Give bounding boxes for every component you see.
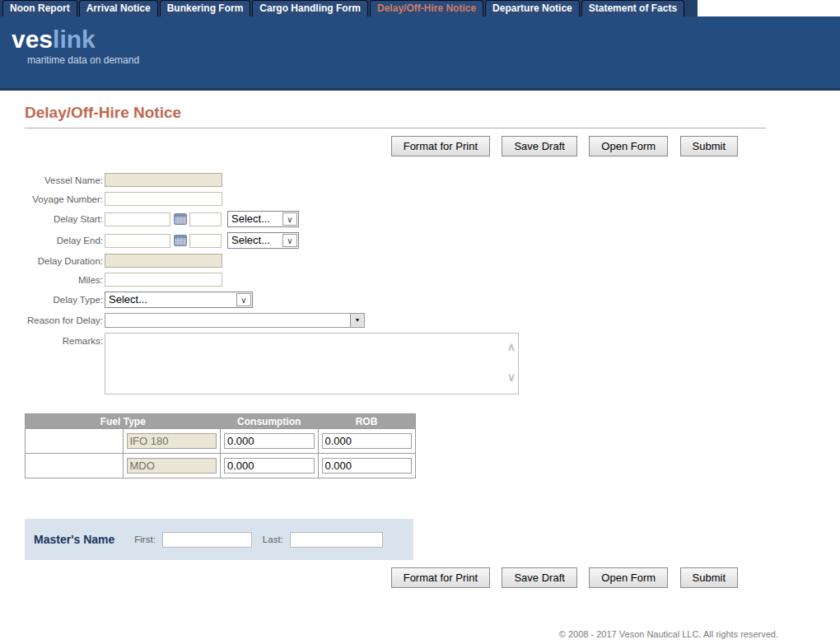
logo-tagline: maritime data on demand [27, 54, 840, 66]
remarks-field-wrap: ∧ ∨ [105, 333, 519, 394]
submit-button[interactable]: Submit [680, 567, 738, 588]
tab-delay-off-hire-notice[interactable]: Delay/Off-Hire Notice [370, 0, 483, 16]
toolbar-bottom: Format for Print Save Draft Open Form Su… [25, 567, 738, 588]
save-draft-button[interactable]: Save Draft [502, 136, 576, 156]
fuel-table: Fuel Type Consumption ROB [25, 413, 416, 478]
first-name-field[interactable] [162, 532, 252, 548]
reason-for-delay-row: Reason for Delay: ▼ [25, 313, 840, 328]
voyage-number-label: Voyage Number: [25, 194, 103, 204]
delay-start-zone-value: Select... [228, 212, 282, 226]
delay-end-zone-select[interactable]: Select... ∨ [227, 232, 299, 249]
fuel-type-header: Fuel Type [26, 414, 221, 429]
chevron-down-icon: ∨ [282, 212, 297, 226]
delay-end-row: Delay End: Select... ∨ [25, 232, 840, 249]
logo-ves: ves [12, 26, 53, 53]
reason-for-delay-value [105, 314, 350, 327]
format-for-print-button[interactable]: Format for Print [391, 567, 490, 588]
format-for-print-button[interactable]: Format for Print [391, 136, 490, 156]
rob-field[interactable] [322, 433, 413, 449]
toolbar-top: Format for Print Save Draft Open Form Su… [25, 136, 738, 156]
calendar-icon[interactable] [174, 235, 187, 246]
chevron-down-icon: ∨ [282, 234, 297, 247]
tab-departure-notice[interactable]: Departure Notice [485, 0, 580, 16]
delay-form: Vessel Name: Voyage Number: Delay Start:… [25, 173, 840, 394]
voyage-number-field[interactable] [105, 192, 222, 206]
delay-type-select[interactable]: Select... ∨ [105, 292, 253, 308]
miles-label: Miles: [25, 275, 103, 285]
tab-statement-of-facts[interactable]: Statement of Facts [581, 0, 684, 16]
remarks-label: Remarks: [25, 333, 103, 346]
fuel-row [26, 429, 416, 454]
voyage-number-row: Voyage Number: [25, 192, 840, 206]
vessel-name-field[interactable] [105, 173, 222, 187]
logo-link: link [53, 26, 96, 53]
scroll-up-icon[interactable]: ∧ [507, 342, 516, 352]
save-draft-button[interactable]: Save Draft [502, 567, 576, 588]
row-handle-cell [26, 429, 124, 454]
chevron-down-icon: ∨ [236, 293, 251, 306]
consumption-header: Consumption [221, 414, 319, 429]
tab-bunkering-form[interactable]: Bunkering Form [160, 0, 251, 16]
delay-start-row: Delay Start: Select... ∨ [25, 211, 840, 227]
delay-end-zone-value: Select... [228, 233, 282, 248]
page-title: Delay/Off-Hire Notice [25, 104, 766, 128]
delay-start-date-field[interactable] [105, 212, 170, 226]
veslink-logo: veslink [12, 26, 840, 53]
rob-field[interactable] [322, 458, 413, 474]
dropdown-arrow-icon[interactable]: ▼ [350, 314, 364, 327]
delay-type-row: Delay Type: Select... ∨ [25, 292, 840, 308]
masters-name-section: Master's Name First: Last: [25, 519, 413, 560]
scroll-down-icon[interactable]: ∨ [507, 372, 516, 382]
header-banner: veslink maritime data on demand [0, 16, 840, 91]
consumption-field[interactable] [224, 458, 315, 474]
last-name-field[interactable] [290, 532, 383, 548]
fuel-row [26, 454, 416, 478]
miles-field[interactable] [105, 273, 222, 287]
delay-start-label: Delay Start: [25, 214, 103, 224]
delay-end-date-field[interactable] [105, 234, 170, 248]
remarks-field[interactable] [106, 334, 504, 393]
fuel-table-header-row: Fuel Type Consumption ROB [26, 414, 416, 429]
first-name-label: First: [134, 534, 156, 544]
remarks-row: Remarks: ∧ ∨ [25, 333, 840, 394]
reason-for-delay-label: Reason for Delay: [25, 315, 103, 325]
calendar-icon[interactable] [174, 213, 187, 225]
delay-type-value: Select... [105, 292, 236, 307]
miles-row: Miles: [25, 273, 840, 287]
tab-bar: Noon Report Arrival Notice Bunkering For… [0, 0, 840, 16]
delay-end-time-field[interactable] [189, 234, 222, 248]
vessel-name-row: Vessel Name: [25, 173, 840, 187]
rob-header: ROB [318, 414, 416, 429]
reason-for-delay-combobox[interactable]: ▼ [105, 313, 365, 328]
delay-end-label: Delay End: [25, 236, 103, 245]
open-form-button[interactable]: Open Form [589, 567, 668, 588]
tab-cargo-handling-form[interactable]: Cargo Handling Form [252, 0, 368, 16]
vessel-name-label: Vessel Name: [25, 175, 103, 185]
copyright-text: © 2008 - 2017 Veson Nautical LLC. All ri… [25, 629, 791, 639]
delay-start-time-field[interactable] [189, 212, 222, 226]
fuel-type-field[interactable] [127, 433, 217, 449]
open-form-button[interactable]: Open Form [589, 136, 668, 156]
delay-duration-row: Delay Duration: [25, 254, 840, 268]
fuel-type-field[interactable] [127, 458, 217, 474]
delay-type-label: Delay Type: [25, 295, 103, 305]
delay-duration-field[interactable] [105, 254, 222, 268]
submit-button[interactable]: Submit [680, 136, 738, 156]
delay-duration-label: Delay Duration: [25, 256, 103, 266]
consumption-field[interactable] [224, 433, 315, 449]
tab-strip: Noon Report Arrival Notice Bunkering For… [0, 0, 698, 16]
tab-noon-report[interactable]: Noon Report [2, 0, 77, 16]
delay-start-zone-select[interactable]: Select... ∨ [227, 211, 299, 227]
last-name-label: Last: [263, 534, 283, 544]
tab-arrival-notice[interactable]: Arrival Notice [79, 0, 158, 16]
row-handle-cell [26, 454, 124, 478]
masters-name-title: Master's Name [34, 533, 114, 546]
